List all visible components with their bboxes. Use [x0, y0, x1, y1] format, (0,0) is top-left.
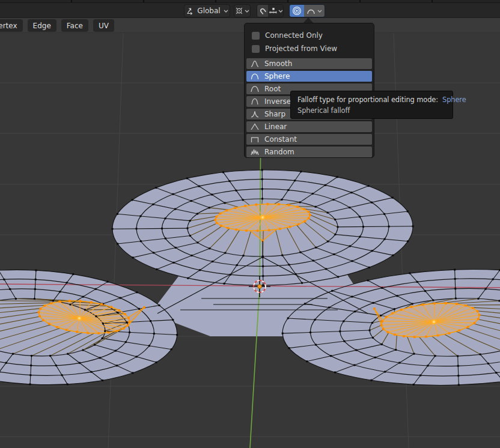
- checkbox-row-projected-from-view[interactable]: Projected from View: [252, 44, 337, 53]
- falloff-option-label: Random: [264, 148, 294, 156]
- falloff-type-dropdown[interactable]: [304, 5, 325, 17]
- transform-orientation-icon: [186, 7, 194, 15]
- proportional-editing-icon: [292, 6, 302, 16]
- falloff-option-label: Smooth: [264, 59, 292, 68]
- falloff-option-smooth[interactable]: Smooth: [246, 58, 372, 69]
- pivot-point-dropdown[interactable]: [234, 4, 251, 17]
- root-curve-icon: [251, 85, 259, 92]
- transform-orientation-dropdown[interactable]: Global: [184, 4, 230, 17]
- checkbox[interactable]: [252, 45, 260, 53]
- tool-settings-bar: Global: [0, 3, 500, 18]
- sphere-curve-icon: [251, 73, 259, 80]
- checkbox-label: Connected Only: [265, 31, 323, 40]
- snap-with-dropdown[interactable]: [268, 5, 283, 17]
- falloff-option-constant[interactable]: Constant: [246, 134, 372, 145]
- falloff-option-label: Constant: [264, 135, 297, 144]
- falloff-option-label: Sphere: [264, 72, 290, 80]
- inverse-square-curve-icon: [251, 98, 259, 105]
- checkbox[interactable]: [252, 32, 260, 40]
- orientation-label: Global: [197, 7, 220, 15]
- smooth-curve-icon: [251, 60, 259, 67]
- random-curve-icon: [251, 148, 259, 156]
- falloff-option-label: Linear: [264, 123, 287, 131]
- constant-curve-icon: [251, 136, 259, 143]
- magnet-icon: [259, 7, 267, 15]
- falloff-option-linear[interactable]: Linear: [246, 121, 372, 132]
- checkbox-row-connected-only[interactable]: Connected Only: [252, 31, 323, 40]
- proportional-group: [289, 4, 325, 17]
- tooltip: Falloff type for proportional editing mo…: [290, 91, 453, 119]
- sharp-curve-icon: [251, 110, 259, 118]
- menu-tab-edge[interactable]: Edge: [28, 19, 56, 32]
- falloff-option-random[interactable]: Random: [246, 147, 372, 157]
- falloff-sphere-icon: [306, 7, 316, 15]
- chevron-down-icon: [317, 10, 322, 13]
- chevron-down-icon: [224, 10, 228, 13]
- menu-tab-face[interactable]: Face: [61, 19, 88, 32]
- proportional-editing-toggle[interactable]: [290, 5, 304, 17]
- snapping-group: [257, 4, 284, 17]
- menu-tab-uv[interactable]: UV: [93, 19, 114, 32]
- tooltip-heading: Falloff type for proportional editing mo…: [297, 94, 446, 105]
- pivot-point-icon: [235, 7, 243, 15]
- chevron-down-icon: [245, 10, 249, 13]
- checkbox-label: Projected from View: [265, 44, 337, 53]
- snap-increment-icon: [269, 7, 277, 15]
- snap-toggle-button[interactable]: [257, 5, 268, 17]
- linear-curve-icon: [251, 123, 259, 130]
- chevron-down-icon: [278, 10, 283, 13]
- menu-tab-vertex[interactable]: Vertex: [0, 19, 23, 32]
- tooltip-value: Sphere: [442, 95, 466, 104]
- tooltip-description: Spherical falloff: [297, 105, 446, 116]
- falloff-option-label: Root: [264, 85, 281, 93]
- mesh-faces: [0, 169, 500, 392]
- falloff-option-sphere[interactable]: Sphere: [246, 71, 372, 82]
- falloff-option-label: Sharp: [264, 110, 285, 118]
